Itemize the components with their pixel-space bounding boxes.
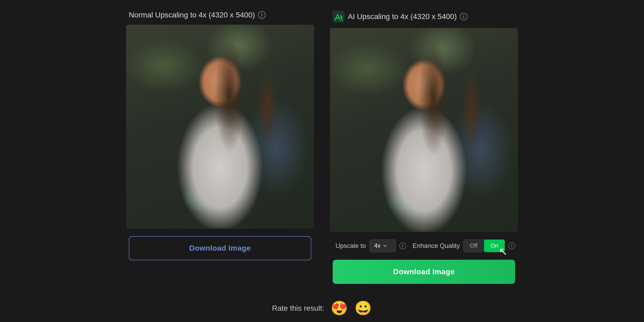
normal-image-container (126, 25, 314, 229)
ai-image-container (330, 28, 518, 232)
normal-upscaling-panel: Normal Upscaling to 4x (4320 x 5400) ℹ D… (126, 11, 314, 260)
rating-label: Rate this result: (272, 304, 324, 313)
ai-upscaling-header: AI Upscaling to 4x (4320 x 5400) ℹ (330, 11, 467, 23)
normal-upscaling-title: Normal Upscaling to 4x (4320 x 5400) (129, 11, 255, 19)
upscale-value: 4x (374, 242, 380, 249)
ai-upscaling-title: AI Upscaling to 4x (4320 x 5400) (348, 12, 457, 21)
ai-controls-row: Upscale to 4x ℹ Enhance Quality Off On (335, 239, 518, 252)
normal-upscaling-header: Normal Upscaling to 4x (4320 x 5400) ℹ (126, 11, 266, 19)
rating-happy-emoji[interactable]: 😀 (354, 300, 372, 316)
ai-download-button[interactable]: Download Image (333, 260, 515, 284)
rating-love-emoji[interactable]: 😍 (331, 300, 348, 316)
normal-download-button[interactable]: Download Image (129, 236, 311, 260)
normal-info-icon[interactable]: ℹ (258, 11, 266, 19)
enhance-on-button[interactable]: On (484, 240, 505, 252)
upscale-dropdown[interactable]: 4x (369, 239, 396, 252)
upscale-label: Upscale to (335, 242, 366, 250)
ai-info-icon[interactable]: ℹ (460, 13, 467, 20)
enhance-toggle-container: Off On ↖ (463, 239, 505, 252)
ai-upscaling-panel: AI Upscaling to 4x (4320 x 5400) ℹ Upsca… (330, 11, 518, 284)
rating-section: Rate this result: 😍 😀 (272, 300, 372, 316)
upscale-control-group: Upscale to 4x ℹ (335, 239, 406, 252)
normal-image (126, 25, 314, 229)
enhance-info-icon[interactable]: ℹ (508, 242, 515, 249)
upscale-info-icon[interactable]: ℹ (399, 242, 406, 249)
enhance-control-group: Enhance Quality Off On ↖ ℹ (413, 239, 515, 252)
enhance-label: Enhance Quality (413, 242, 460, 250)
ai-image (330, 28, 518, 232)
enhance-toggle-group: Off On (463, 239, 505, 252)
ai-upscaling-icon (333, 11, 345, 23)
enhance-off-button[interactable]: Off (463, 240, 484, 252)
chevron-down-icon (383, 243, 387, 248)
